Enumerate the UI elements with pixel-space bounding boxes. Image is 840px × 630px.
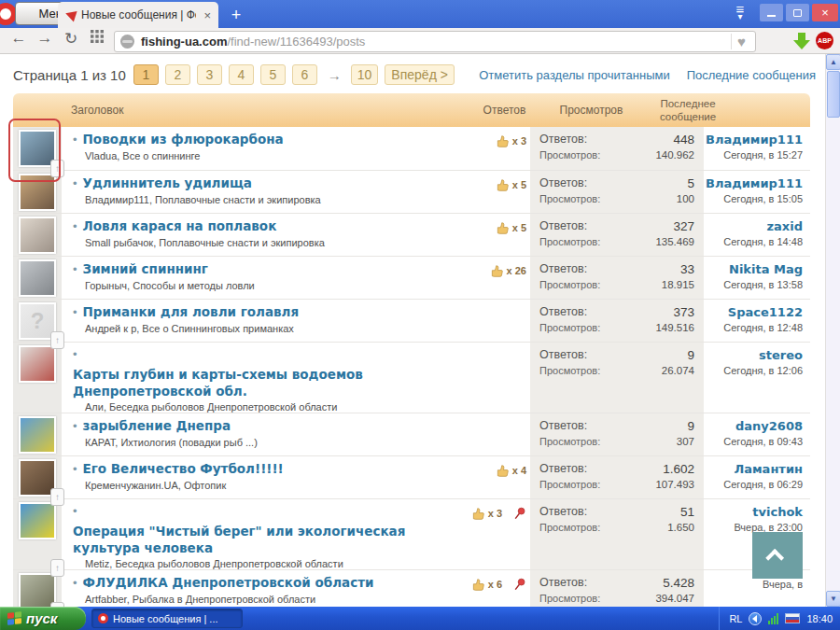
topic-title-link[interactable]: Операция "Чистый берег" или экологическа… <box>73 524 455 556</box>
tab-new-messages[interactable]: Новые сообщения | Форум × <box>58 2 218 28</box>
last-poster-link[interactable]: zaxid <box>704 219 803 233</box>
last-poster-link[interactable]: Space1122 <box>704 305 803 319</box>
replies-count: 51 <box>680 505 694 519</box>
last-poster-link[interactable]: Владимир111 <box>704 176 803 190</box>
restore-icon <box>793 9 802 17</box>
tray-language-label[interactable]: RL <box>729 613 742 624</box>
go-to-first-unread-icon[interactable]: ↑ <box>50 331 64 349</box>
taskbar-item-browser[interactable]: Новые сообщения | ... <box>91 609 243 628</box>
topic-title-link[interactable]: Зимний спиннинг <box>83 261 208 278</box>
topic-avatar-photo-sky-field-landscape[interactable] <box>19 416 56 454</box>
last-post-cell: Space1122 Сегодня, в 12:48 <box>704 300 810 342</box>
thumbs-up-icon <box>496 134 510 148</box>
page-button-6[interactable]: 6 <box>292 64 317 85</box>
tab-list-menu-icon[interactable]: ≡▾ <box>726 5 754 21</box>
topic-title-link[interactable]: зарыбление Днепра <box>83 418 231 435</box>
topic-title-link[interactable]: Поводки из флюрокарбона <box>83 132 284 148</box>
last-poster-link[interactable]: stereo <box>704 348 803 362</box>
tray-collapse-icon[interactable] <box>749 612 762 625</box>
thumbs-up-icon <box>496 464 510 478</box>
likes-group: x 3 <box>496 134 526 148</box>
last-poster-link[interactable]: tvichok <box>704 505 803 519</box>
topic-title-link[interactable]: Удлиннитель удилища <box>83 175 252 192</box>
header-replies: Ответов <box>461 104 548 117</box>
topic-title-link[interactable]: Его Величество Футбол!!!!! <box>83 461 284 478</box>
stats-cell: Ответов: 5.428 Просмотров: 394.047 <box>530 570 704 607</box>
topic-title-link[interactable]: ФЛУДИЛКА Днепропетровской области <box>83 575 374 592</box>
go-to-first-unread-icon[interactable]: ↑ <box>50 602 64 607</box>
restore-button[interactable] <box>786 4 809 21</box>
minimize-button[interactable] <box>760 4 783 21</box>
topic-avatar-photo-man-sunglasses[interactable] <box>19 217 56 254</box>
likes-cell: x 3 <box>461 499 530 569</box>
topic-avatar-photo-winter-pier[interactable] <box>19 259 56 297</box>
close-button[interactable]: × <box>812 4 838 21</box>
go-to-first-unread-icon[interactable]: ↑ <box>50 488 64 506</box>
tab-title: Новые сообщения | Форум <box>81 8 196 21</box>
page-button-4[interactable]: 4 <box>229 64 254 85</box>
likes-count: x 3 <box>488 508 502 519</box>
likes-group: x 5 <box>496 178 526 192</box>
replies-label: Ответов: <box>539 505 587 519</box>
pinned-icon <box>513 578 526 591</box>
next-page-button[interactable]: Вперёд > <box>385 64 455 85</box>
page-button-2[interactable]: 2 <box>165 64 190 85</box>
topic-subtitle: Андрей к р, Все о Спиннинговых приманках <box>85 323 455 334</box>
go-to-first-unread-icon[interactable]: ↑ <box>50 559 64 577</box>
last-poster-link[interactable]: Nikita Mag <box>704 262 803 276</box>
topic-row: ↑ • Его Величество Футбол!!!!! Кременчуж… <box>13 455 810 498</box>
topic-avatar-photo-fishing-lures[interactable] <box>19 573 56 607</box>
start-button[interactable]: пуск <box>0 607 86 630</box>
speed-dial-grid-icon[interactable] <box>86 29 108 48</box>
address-bar[interactable]: fishing-ua.com /find-new/11636493/posts … <box>114 31 756 52</box>
replies-label: Ответов: <box>539 576 587 590</box>
topic-title-link[interactable]: Приманки для ловли голавля <box>83 304 300 321</box>
page-button-3[interactable]: 3 <box>197 64 222 85</box>
topic-row: • Карты глубин и карты-схемы водоемов Дн… <box>13 342 810 413</box>
tab-close-icon[interactable]: × <box>202 8 213 22</box>
replies-count: 373 <box>673 305 694 319</box>
adblock-icon[interactable]: ABP <box>816 32 833 49</box>
topic-avatar-photo-blue-yellow-flag[interactable] <box>19 502 56 539</box>
views-count: 394.047 <box>655 593 694 604</box>
bookmark-heart-icon[interactable]: ♥ <box>731 34 751 49</box>
reload-button[interactable]: ↻ <box>60 29 82 49</box>
last-poster-link[interactable]: dany2608 <box>704 419 803 433</box>
last-post-cell: Владимир111 Сегодня, в 15:27 <box>704 127 810 170</box>
page-button-last[interactable]: 10 <box>351 64 379 85</box>
scrollbar-down-arrow[interactable]: ▼ <box>826 591 840 607</box>
vertical-scrollbar[interactable]: ▲ ▼ <box>825 54 840 607</box>
replies-count: 448 <box>673 133 694 147</box>
thumbs-up-icon <box>496 221 510 235</box>
last-post-time: Вчера, в <box>704 579 803 590</box>
stats-cell: Ответов: 51 Просмотров: 1.650 <box>530 499 704 569</box>
page-button-1[interactable]: 1 <box>133 64 159 85</box>
views-count: 26.074 <box>662 365 694 376</box>
scrollbar-up-arrow[interactable]: ▲ <box>826 54 840 70</box>
likes-cell <box>461 343 530 413</box>
page-button-5[interactable]: 5 <box>260 64 286 85</box>
mark-read-link[interactable]: Отметить разделы прочитанными <box>479 68 669 82</box>
latest-messages-link[interactable]: Последние сообщения <box>687 68 816 82</box>
last-post-time: Сегодня, в 12:48 <box>704 322 803 333</box>
last-poster-link[interactable]: Ламантин <box>704 462 803 476</box>
flag-icon <box>785 613 800 623</box>
topic-title-link[interactable]: Ловля карася на поплавок <box>83 218 277 235</box>
replies-count: 5 <box>687 176 694 190</box>
likes-group: x 6 <box>471 578 502 592</box>
unread-bullet-icon: • <box>73 219 77 233</box>
back-button[interactable]: ← <box>7 29 30 48</box>
site-badge-icon[interactable] <box>120 35 134 49</box>
topic-row: ? ↑ • Приманки для ловли голавля Андрей … <box>13 299 810 342</box>
download-arrow-icon[interactable] <box>793 33 810 49</box>
views-label: Просмотров: <box>539 365 600 376</box>
last-poster-link[interactable]: Владимир111 <box>704 133 803 147</box>
new-tab-button[interactable]: + <box>224 4 248 26</box>
views-count: 149.516 <box>655 322 694 333</box>
topic-row: • Ловля карася на поплавок Small рыбачок… <box>13 213 810 256</box>
topic-avatar-photo-red-figure[interactable] <box>19 345 56 383</box>
scroll-to-top-button[interactable] <box>752 532 803 579</box>
topic-title-link[interactable]: Карты глубин и карты-схемы водоемов Днеп… <box>73 367 455 399</box>
scrollbar-thumb[interactable] <box>827 71 840 118</box>
forward-button[interactable]: → <box>34 29 56 48</box>
